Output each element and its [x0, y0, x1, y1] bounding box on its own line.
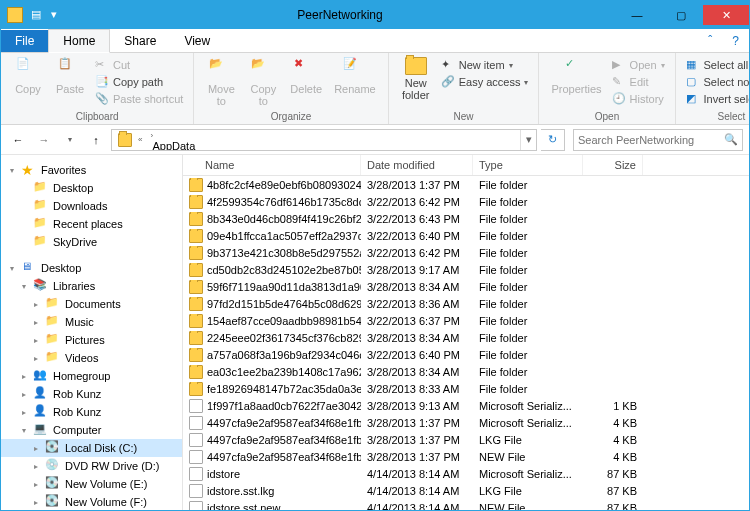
- search-icon[interactable]: 🔍: [724, 133, 738, 147]
- tree-item[interactable]: ▸📁Videos: [1, 349, 182, 367]
- tree-drive[interactable]: ▸💿DVD RW Drive (D:): [1, 457, 182, 475]
- qat-properties-icon[interactable]: ▤: [31, 8, 45, 22]
- paste-shortcut-button[interactable]: 📎Paste shortcut: [93, 91, 185, 107]
- new-folder-button[interactable]: New folder: [397, 55, 435, 103]
- tab-home[interactable]: Home: [48, 29, 110, 53]
- list-item[interactable]: 09e4b1ffcca1ac5057eff2a2937d67d13/22/201…: [183, 227, 749, 244]
- tree-drive[interactable]: ▸💽Local Disk (C:): [1, 439, 182, 457]
- tree-favorites[interactable]: ▾★Favorites: [1, 161, 182, 179]
- forward-button[interactable]: →: [33, 129, 55, 151]
- new-item-button[interactable]: ✦New item ▾: [439, 57, 531, 73]
- tree-item[interactable]: ▸📁Pictures: [1, 331, 182, 349]
- tree-user[interactable]: ▸👤Rob Kunz: [1, 403, 182, 421]
- tree-drive[interactable]: ▸💽New Volume (F:): [1, 493, 182, 510]
- list-item[interactable]: 4f2599354c76df6146b1735c8dca7af63/22/201…: [183, 193, 749, 210]
- tree-drive[interactable]: ▸💽New Volume (E:): [1, 475, 182, 493]
- copy-button[interactable]: 📄Copy: [9, 55, 47, 97]
- search-input[interactable]: [578, 134, 724, 146]
- cut-button[interactable]: ✂Cut: [93, 57, 185, 73]
- tree-user[interactable]: ▸👤Rob Kunz: [1, 385, 182, 403]
- column-headers[interactable]: Name Date modified Type Size: [183, 155, 749, 176]
- list-item[interactable]: 154aef87cce09aadbb98981b54275f63/22/2013…: [183, 312, 749, 329]
- address-bar[interactable]: « Windows›ServiceProfiles›LocalService›A…: [111, 129, 537, 151]
- edit-button[interactable]: ✎Edit: [610, 74, 667, 90]
- move-to-button[interactable]: 📂Move to: [202, 55, 240, 109]
- tree-item[interactable]: 📁SkyDrive: [1, 233, 182, 251]
- delete-button[interactable]: ✖Delete: [286, 55, 326, 97]
- tree-item[interactable]: ▸📁Music: [1, 313, 182, 331]
- ribbon-collapse-icon[interactable]: ˆ: [698, 30, 722, 52]
- list-item[interactable]: 97fd2d151b5de4764b5c08d629e28a5413/22/20…: [183, 295, 749, 312]
- select-all-button[interactable]: ▦Select all: [684, 57, 750, 73]
- list-item[interactable]: a757a068f3a196b9af2934c046c8215d3/22/201…: [183, 346, 749, 363]
- file-type: NEW File: [473, 502, 583, 511]
- file-size: 87 KB: [583, 502, 643, 511]
- copy-to-button[interactable]: 📂Copy to: [244, 55, 282, 109]
- up-button[interactable]: ↑: [85, 129, 107, 151]
- invert-selection-button[interactable]: ◩Invert selection: [684, 91, 750, 107]
- column-date[interactable]: Date modified: [361, 155, 473, 175]
- list-item[interactable]: 4497cfa9e2af9587eaf34f68e1fb2296.sst.lkg…: [183, 431, 749, 448]
- column-name[interactable]: Name: [183, 155, 361, 175]
- refresh-button[interactable]: ↻: [541, 129, 565, 151]
- chevron-icon[interactable]: «: [134, 135, 146, 144]
- copy-path-button[interactable]: 📑Copy path: [93, 74, 185, 90]
- qat-newfolder-icon[interactable]: ▾: [51, 8, 65, 22]
- tab-file[interactable]: File: [1, 30, 48, 52]
- search-box[interactable]: 🔍: [573, 129, 743, 151]
- address-dropdown-icon[interactable]: ▾: [520, 130, 536, 150]
- back-button[interactable]: ←: [7, 129, 29, 151]
- list-item[interactable]: ea03c1ee2ba239b1408c17a9627af9723/28/201…: [183, 363, 749, 380]
- list-item[interactable]: fe18926948147b72ac35da0a3ec96ed03/28/201…: [183, 380, 749, 397]
- list-item[interactable]: 1f997f1a8aad0cb7622f7ae3042ffe16a3/28/20…: [183, 397, 749, 414]
- history-button[interactable]: 🕘History: [610, 91, 667, 107]
- list-item[interactable]: 2245eee02f3617345cf376cb829c6b4013/28/20…: [183, 329, 749, 346]
- column-type[interactable]: Type: [473, 155, 583, 175]
- open-button[interactable]: ▶Open ▾: [610, 57, 667, 73]
- help-icon[interactable]: ?: [722, 30, 749, 52]
- easy-access-button[interactable]: 🔗Easy access ▾: [439, 74, 531, 90]
- close-button[interactable]: ✕: [703, 5, 749, 25]
- minimize-button[interactable]: —: [615, 5, 659, 25]
- navigation-tree[interactable]: ▾★Favorites 📁Desktop📁Downloads📁Recent pl…: [1, 155, 183, 510]
- list-item[interactable]: 8b343e0d46cb089f4f419c26bf29cfe73/22/201…: [183, 210, 749, 227]
- list-item[interactable]: 9b3713e421c308b8e5d297552ac4c5423/22/201…: [183, 244, 749, 261]
- list-item[interactable]: 59f6f7119aa90d11da3813d1a90593ed3/28/201…: [183, 278, 749, 295]
- list-item[interactable]: cd50db2c83d245102e2be87b05651493/28/2013…: [183, 261, 749, 278]
- list-item[interactable]: 4b8fc2cf4e89e0ebf6b080930243675b3/28/201…: [183, 176, 749, 193]
- list-item[interactable]: idstore.sst.new4/14/2013 8:14 AMNEW File…: [183, 499, 749, 510]
- folder-icon: [189, 263, 203, 277]
- list-item[interactable]: idstore.sst.lkg4/14/2013 8:14 AMLKG File…: [183, 482, 749, 499]
- tab-share[interactable]: Share: [110, 30, 170, 52]
- file-name: 4f2599354c76df6146b1735c8dca7af6: [207, 196, 361, 208]
- folder-icon: [189, 365, 203, 379]
- tree-libraries[interactable]: ▾📚Libraries: [1, 277, 182, 295]
- folder-icon: [189, 382, 203, 396]
- tree-computer[interactable]: ▾💻Computer: [1, 421, 182, 439]
- tree-item[interactable]: 📁Desktop: [1, 179, 182, 197]
- rename-button[interactable]: 📝Rename: [330, 55, 380, 97]
- properties-button[interactable]: ✓Properties: [547, 55, 605, 97]
- list-item[interactable]: idstore4/14/2013 8:14 AMMicrosoft Serial…: [183, 465, 749, 482]
- tab-view[interactable]: View: [170, 30, 224, 52]
- breadcrumb-segment[interactable]: AppData: [146, 140, 232, 151]
- list-item[interactable]: 4497cfa9e2af9587eaf34f68e1fb22963/28/201…: [183, 414, 749, 431]
- file-list[interactable]: Name Date modified Type Size 4b8fc2cf4e8…: [183, 155, 749, 510]
- tree-desktop[interactable]: ▾🖥Desktop: [1, 259, 182, 277]
- tree-item[interactable]: 📁Recent places: [1, 215, 182, 233]
- file-type: Microsoft Serializ...: [473, 400, 583, 412]
- paste-button[interactable]: 📋Paste: [51, 55, 89, 97]
- file-date: 4/14/2013 8:14 AM: [361, 468, 473, 480]
- tree-item[interactable]: ▸📁Documents: [1, 295, 182, 313]
- tree-homegroup[interactable]: ▸👥Homegroup: [1, 367, 182, 385]
- chevron-icon[interactable]: ›: [146, 131, 157, 140]
- file-type: File folder: [473, 298, 583, 310]
- select-none-button[interactable]: ▢Select none: [684, 74, 750, 90]
- list-item[interactable]: 4497cfa9e2af9587eaf34f68e1fb2296.sst.new…: [183, 448, 749, 465]
- tree-item[interactable]: 📁Downloads: [1, 197, 182, 215]
- column-size[interactable]: Size: [583, 155, 643, 175]
- maximize-button[interactable]: ▢: [659, 5, 703, 25]
- recent-locations-button[interactable]: ▾: [59, 129, 81, 151]
- file-size: 1 KB: [583, 400, 643, 412]
- file-name: fe18926948147b72ac35da0a3ec96ed0: [207, 383, 361, 395]
